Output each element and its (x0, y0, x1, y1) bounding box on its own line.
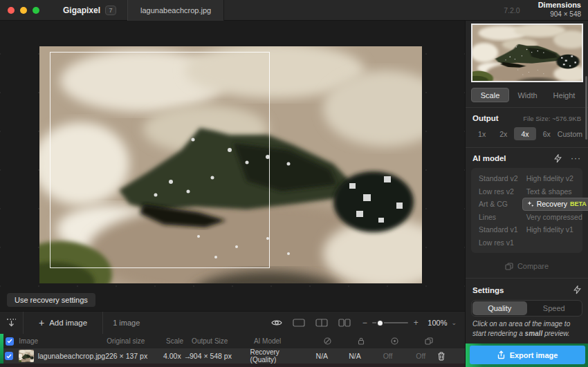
model-standard-v2[interactable]: Standard v2 (475, 172, 522, 185)
app-version: 7.2.0 (504, 6, 520, 15)
model-empty-cell (522, 236, 588, 250)
window-bottom-edge (0, 364, 465, 367)
col-scale: Scale (166, 337, 192, 345)
scale-2x-button[interactable]: 2x (493, 127, 514, 140)
model-standard-v1[interactable]: Standard v1 (475, 223, 522, 236)
add-image-button[interactable]: + Add image (24, 312, 102, 335)
version-badge: 7 (105, 6, 116, 15)
add-image-label: Add image (49, 319, 87, 327)
settings-bolt-icon[interactable] (573, 285, 581, 294)
check-icon (6, 354, 12, 359)
tab-scale[interactable]: Scale (471, 88, 509, 102)
compare-icon (505, 263, 513, 270)
zoom-slider[interactable] (372, 322, 408, 323)
output-section-title: Output (472, 114, 499, 122)
image-count: 1 image (103, 319, 149, 327)
import-icon (6, 318, 17, 328)
quality-speed-tabs: Quality Speed (471, 300, 582, 317)
denoise-value: N/A (338, 352, 371, 360)
preview-hint-text: Click on an area of the image to start r… (472, 319, 581, 339)
table-row[interactable]: lagunabeachcrop.jpg 226 × 137 px 4.00x →… (0, 348, 465, 364)
image-canvas[interactable]: Use recovery settings (0, 21, 465, 311)
right-panel: Scale Width Height Output File Size: ~57… (465, 21, 588, 367)
sharpen-value: Off (371, 352, 405, 360)
split-view-button[interactable] (315, 319, 328, 327)
compression-icon (412, 337, 445, 345)
col-output-size: Output Size (192, 337, 254, 345)
model-recovery-label: Recovery (537, 200, 567, 208)
zoom-chevron-down-icon[interactable]: ⌄ (451, 319, 457, 326)
model-lines[interactable]: Lines (475, 211, 522, 224)
zoom-control: − + 100% ⌄ (361, 318, 457, 328)
denoise-icon (344, 337, 378, 345)
auto-select-bolt-icon[interactable] (554, 154, 562, 163)
tab-width[interactable]: Width (509, 88, 546, 102)
ai-model-section-title: AI model (472, 154, 554, 162)
file-table-header: Image Original size Scale Output Size AI… (0, 334, 465, 348)
scale-4x-button[interactable]: 4x (514, 127, 535, 140)
model-grid: Standard v2 High fidelity v2 Low res v2 … (471, 168, 582, 253)
face-recovery-value: N/A (306, 352, 339, 360)
preview-eye-button[interactable] (271, 319, 282, 327)
eye-icon (271, 319, 282, 327)
col-ai-model: AI Model (254, 337, 311, 345)
compression-value: Off (404, 352, 437, 360)
sharpen-icon (378, 337, 412, 345)
model-low-res-v1[interactable]: Low res v1 (475, 236, 522, 250)
model-art-cg[interactable]: Art & CG (475, 198, 522, 211)
bottom-toolbar: + Add image 1 image (0, 311, 465, 334)
gigapixel-window: Gigapixel 7 lagunabeachcrop.jpg 7.2.0 Di… (0, 0, 588, 367)
trash-icon (437, 352, 445, 361)
delete-row-button[interactable] (437, 352, 465, 361)
window-controls (0, 7, 49, 14)
model-recovery[interactable]: Recovery BETA (522, 198, 588, 211)
check-icon (7, 339, 12, 344)
file-size-estimate: File Size: ~576.9KB (523, 115, 581, 122)
single-view-icon (293, 319, 305, 327)
side-by-side-view-button[interactable] (338, 319, 351, 327)
export-image-button[interactable]: Export image (470, 346, 585, 364)
zoom-slider-knob[interactable] (376, 319, 384, 327)
zoom-out-button[interactable]: − (361, 318, 368, 328)
row-checkbox[interactable] (5, 352, 13, 360)
title-bar: Gigapixel 7 lagunabeachcrop.jpg 7.2.0 Di… (0, 0, 588, 21)
compare-button[interactable]: Compare (466, 262, 588, 270)
zoom-in-button[interactable]: + (412, 318, 419, 328)
output-size-value: 904 × 548 px (190, 352, 250, 360)
face-recovery-icon (311, 337, 344, 345)
resize-mode-tabs: Scale Width Height (471, 88, 582, 102)
tab-height[interactable]: Height (546, 88, 582, 102)
single-view-button[interactable] (293, 319, 305, 327)
tab-lagunabeachcrop[interactable]: lagunabeachcrop.jpg (127, 0, 224, 21)
row-thumbnail (19, 350, 34, 362)
sidebar-scrollbar[interactable] (585, 76, 587, 140)
close-window-button[interactable] (8, 7, 15, 14)
plus-icon: + (39, 317, 44, 328)
model-high-fidelity-v1[interactable]: High fidelity v1 (522, 223, 588, 236)
scale-6x-button[interactable]: 6x (536, 127, 558, 140)
model-high-fidelity-v2[interactable]: High fidelity v2 (522, 172, 588, 185)
col-original-size: Original size (107, 337, 166, 345)
use-recovery-settings-button[interactable]: Use recovery settings (7, 293, 95, 307)
preview-image[interactable] (39, 46, 422, 283)
scale-options: 1x 2x 4x 6x Custom (471, 127, 582, 140)
model-very-compressed[interactable]: Very compressed (522, 211, 588, 224)
scale-1x-button[interactable]: 1x (471, 127, 493, 140)
model-menu-button[interactable]: ··· (571, 153, 581, 163)
tab-speed[interactable]: Speed (527, 301, 582, 315)
app-title: Gigapixel 7 (49, 6, 127, 15)
tab-quality[interactable]: Quality (472, 301, 527, 315)
zoom-window-button[interactable] (33, 7, 39, 14)
navigator-thumbnail[interactable] (471, 23, 583, 82)
model-text-shapes[interactable]: Text & shapes (522, 185, 588, 198)
row-selection-strip (0, 334, 3, 364)
import-image-button[interactable] (0, 318, 23, 328)
model-low-res-v2[interactable]: Low res v2 (475, 185, 522, 198)
beta-badge: BETA (570, 200, 587, 207)
sparkle-icon (527, 200, 534, 207)
select-all-checkbox[interactable] (6, 337, 14, 346)
export-image-label: Export image (510, 351, 558, 359)
scale-custom-button[interactable]: Custom (558, 127, 582, 140)
zoom-percent[interactable]: 100% (428, 319, 447, 327)
minimize-window-button[interactable] (20, 7, 27, 14)
